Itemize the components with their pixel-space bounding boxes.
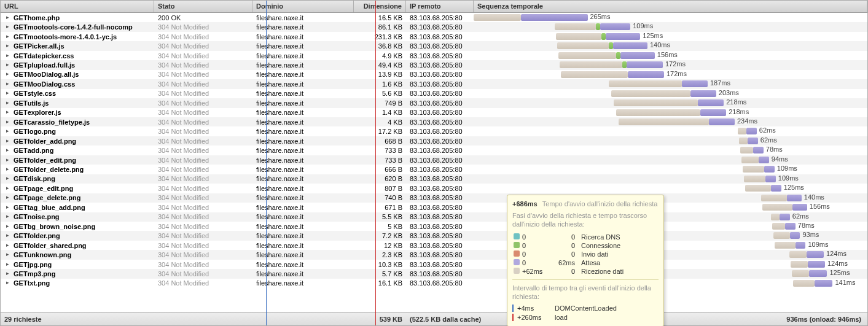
cell-url[interactable]: GET mootools-core-1.4.2-full-nocomp (1, 23, 154, 31)
cell-url[interactable]: GET mootools-more-1.4.0.1-yc.js (1, 33, 154, 41)
cell-timeline[interactable]: 218ms (474, 108, 867, 117)
cell-url[interactable]: GET folder_delete.png (1, 166, 154, 173)
cell-url[interactable]: GET style.css (1, 90, 154, 97)
request-row[interactable]: GET tag_blue_add.png304 Not Modifiedfile… (1, 203, 867, 212)
expand-icon[interactable] (4, 52, 11, 59)
request-row[interactable]: GET mootools-core-1.4.2-full-nocomp304 N… (1, 22, 867, 31)
cell-url[interactable]: GET bg_brown_noise.png (1, 223, 154, 230)
cell-timeline[interactable]: 172ms (474, 70, 867, 79)
expand-icon[interactable] (4, 138, 11, 144)
cell-url[interactable]: GET disk.png (1, 175, 154, 182)
cell-timeline[interactable]: 140ms (474, 41, 867, 50)
request-row[interactable]: GET folder_edit.png304 Not Modifiedfiles… (1, 155, 867, 165)
cell-url[interactable]: GET folder_edit.png (1, 157, 154, 164)
col-header-dominio[interactable]: Dominio (252, 1, 354, 12)
col-header-url[interactable]: URL (1, 1, 154, 12)
cell-url[interactable]: GET home.php (1, 14, 154, 21)
cell-url[interactable]: GET page_edit.png (1, 185, 154, 192)
col-header-ip[interactable]: IP remoto (406, 1, 474, 12)
expand-icon[interactable] (4, 280, 11, 287)
cell-timeline[interactable]: 109ms (474, 22, 867, 31)
cell-url[interactable]: GET mp3.png (1, 270, 154, 277)
cell-url[interactable]: GET folder_add.png (1, 138, 154, 145)
cell-url[interactable]: GET page_delete.png (1, 194, 154, 201)
request-row[interactable]: GET MooDialog.all.js304 Not Modifiedfile… (1, 70, 867, 79)
expand-icon[interactable] (4, 43, 11, 50)
cell-timeline[interactable]: 62ms (474, 136, 867, 146)
cell-timeline[interactable]: 187ms (474, 79, 867, 88)
cell-timeline[interactable]: 109ms (474, 174, 867, 184)
expand-icon[interactable] (4, 261, 11, 268)
expand-icon[interactable] (4, 33, 11, 40)
request-row[interactable]: GET page_delete.png304 Not Modifiedfiles… (1, 193, 867, 203)
expand-icon[interactable] (4, 128, 11, 135)
expand-icon[interactable] (4, 109, 11, 116)
request-row[interactable]: GET mp3.png304 Not Modifiedfileshare.nax… (1, 269, 867, 278)
request-row[interactable]: GET logo.png304 Not Modifiedfileshare.na… (1, 126, 867, 136)
expand-icon[interactable] (4, 90, 11, 97)
cell-url[interactable]: GET jpg.png (1, 261, 154, 268)
expand-icon[interactable] (4, 14, 11, 21)
expand-icon[interactable] (4, 166, 11, 173)
cell-url[interactable]: GET explorer.js (1, 109, 154, 116)
cell-url[interactable]: GET datepicker.css (1, 52, 154, 60)
col-header-stato[interactable]: Stato (154, 1, 252, 12)
expand-icon[interactable] (4, 99, 11, 106)
cell-timeline[interactable]: 265ms (474, 13, 867, 22)
request-row[interactable]: GET page_edit.png304 Not Modifiedfilesha… (1, 184, 867, 193)
cell-url[interactable]: GET txt.png (1, 279, 154, 287)
cell-url[interactable]: GET add.png (1, 147, 154, 154)
expand-icon[interactable] (4, 214, 11, 220)
cell-url[interactable]: GET tag_blue_add.png (1, 204, 154, 211)
expand-icon[interactable] (4, 176, 11, 182)
expand-icon[interactable] (4, 204, 11, 211)
expand-icon[interactable] (4, 223, 11, 230)
request-row[interactable]: GET folder_shared.png304 Not Modifiedfil… (1, 241, 867, 250)
expand-icon[interactable] (4, 118, 11, 125)
cell-timeline[interactable]: 203ms (474, 89, 867, 98)
expand-icon[interactable] (4, 242, 11, 249)
request-row[interactable]: GET utils.js304 Not Modifiedfileshare.na… (1, 98, 867, 107)
expand-icon[interactable] (4, 24, 11, 31)
request-row[interactable]: GET explorer.js304 Not Modifiedfileshare… (1, 108, 867, 117)
expand-icon[interactable] (4, 61, 11, 68)
request-row[interactable]: GET datepicker.css304 Not Modifiedfilesh… (1, 51, 867, 60)
expand-icon[interactable] (4, 71, 11, 78)
cell-url[interactable]: GET noise.png (1, 213, 154, 220)
cell-url[interactable]: GET folder.png (1, 232, 154, 239)
request-row[interactable]: GET folder_add.png304 Not Modifiedfilesh… (1, 136, 867, 146)
cell-url[interactable]: GET carassio_filetype.js (1, 118, 154, 126)
request-row[interactable]: GET add.png304 Not Modifiedfileshare.nax… (1, 146, 867, 155)
request-row[interactable]: GET noise.png304 Not Modifiedfileshare.n… (1, 212, 867, 222)
col-header-sequenza[interactable]: Sequenza temporale (474, 1, 867, 12)
request-row[interactable]: GET carassio_filetype.js304 Not Modified… (1, 117, 867, 126)
request-row[interactable]: GET bg_brown_noise.png304 Not Modifiedfi… (1, 222, 867, 231)
expand-icon[interactable] (4, 195, 11, 201)
request-row[interactable]: GET MooDialog.css304 Not Modifiedfilesha… (1, 79, 867, 88)
expand-icon[interactable] (4, 80, 11, 87)
cell-url[interactable]: GET utils.js (1, 99, 154, 107)
cell-timeline[interactable]: 94ms (474, 155, 867, 165)
expand-icon[interactable] (4, 233, 11, 239)
cell-timeline[interactable]: 125ms (474, 184, 867, 193)
cell-timeline[interactable]: 62ms (474, 126, 867, 136)
expand-icon[interactable] (4, 252, 11, 258)
request-row[interactable]: GET home.php200 OKfileshare.naxe.it16.5 … (1, 13, 867, 22)
request-row[interactable]: GET style.css304 Not Modifiedfileshare.n… (1, 89, 867, 98)
expand-icon[interactable] (4, 185, 11, 192)
cell-url[interactable]: GET Picker.all.js (1, 42, 154, 50)
cell-url[interactable]: GET MooDialog.all.js (1, 71, 154, 78)
cell-url[interactable]: GET folder_shared.png (1, 242, 154, 249)
request-row[interactable]: GET unknown.png304 Not Modifiedfileshare… (1, 250, 867, 259)
cell-url[interactable]: GET unknown.png (1, 251, 154, 258)
cell-url[interactable]: GET plupload.full.js (1, 61, 154, 69)
expand-icon[interactable] (4, 157, 11, 163)
cell-timeline[interactable]: 218ms (474, 98, 867, 107)
request-row[interactable]: GET folder_delete.png304 Not Modifiedfil… (1, 165, 867, 174)
cell-timeline[interactable]: 234ms (474, 117, 867, 126)
cell-timeline[interactable]: 125ms (474, 32, 867, 41)
request-row[interactable]: GET Picker.all.js304 Not Modifiedfilesha… (1, 41, 867, 50)
cell-url[interactable]: GET logo.png (1, 128, 154, 135)
cell-timeline[interactable]: 109ms (474, 165, 867, 174)
request-row[interactable]: GET jpg.png304 Not Modifiedfileshare.nax… (1, 260, 867, 269)
